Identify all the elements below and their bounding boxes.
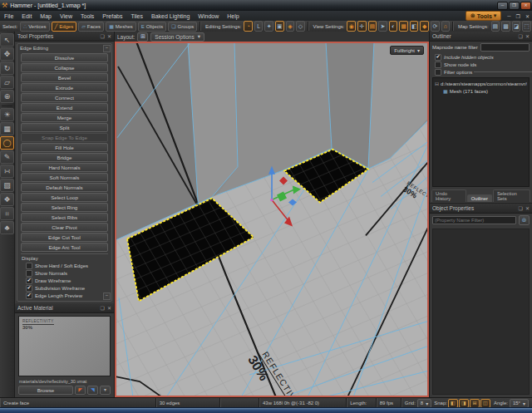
- selection-tool-icon[interactable]: ↖: [0, 33, 14, 47]
- checkbox[interactable]: [435, 54, 441, 61]
- menu-map[interactable]: Map: [36, 12, 56, 20]
- menu-tiles[interactable]: Tiles: [126, 12, 147, 20]
- select-mode-meshes[interactable]: ▦ Meshes: [106, 22, 136, 32]
- checkbox[interactable]: [435, 69, 441, 76]
- mdi-restore-button[interactable]: ❐: [514, 13, 523, 19]
- editing-setting-icon-2[interactable]: L: [254, 21, 264, 32]
- tab-selection-sets[interactable]: Selection Sets: [493, 189, 530, 202]
- checkbox[interactable]: [26, 270, 32, 277]
- show-normals-row[interactable]: Show Normals: [21, 269, 108, 277]
- pin-icon[interactable]: ❏: [101, 305, 105, 311]
- menu-help[interactable]: Help: [223, 12, 243, 20]
- paint-tool-icon[interactable]: ❖: [0, 193, 14, 206]
- editing-setting-icon-6[interactable]: ◇: [296, 21, 305, 32]
- pin-icon[interactable]: ❏: [519, 205, 523, 211]
- pin-icon[interactable]: ❏: [519, 33, 523, 39]
- vertex-tool-icon[interactable]: ∺: [0, 165, 14, 178]
- clip-tool-icon[interactable]: ⌗: [0, 207, 14, 220]
- close-icon[interactable]: ✕: [107, 33, 111, 39]
- checkbox[interactable]: [435, 61, 441, 68]
- view-setting-icon-10[interactable]: ⌂: [441, 21, 451, 32]
- menu-view[interactable]: View: [56, 12, 76, 20]
- active-material-header[interactable]: Active Material ❏ ✕: [15, 303, 114, 313]
- map-setting-icon-4[interactable]: ⬚: [522, 21, 531, 32]
- name-filter-input[interactable]: [480, 43, 530, 52]
- snap-edges-icon[interactable]: ◨: [459, 399, 469, 408]
- dissolve-button[interactable]: Dissolve: [21, 53, 108, 62]
- editing-setting-icon-1[interactable]: ◔: [244, 21, 253, 32]
- checkbox[interactable]: [26, 285, 32, 292]
- bevel-button[interactable]: Bevel: [21, 73, 108, 82]
- view-setting-icon-2[interactable]: ✛: [357, 21, 367, 32]
- cut-tool-icon[interactable]: ✎: [0, 150, 14, 164]
- select-loop-button[interactable]: Select Loop: [21, 193, 108, 202]
- menu-edit[interactable]: Edit: [17, 12, 36, 20]
- view-setting-icon-5[interactable]: ◐: [389, 21, 398, 32]
- view-setting-icon-3[interactable]: ▤: [368, 21, 377, 32]
- view-setting-icon-7[interactable]: ◧: [410, 21, 419, 32]
- 3d-viewport[interactable]: REFLECTIVITY 30% REFLECTIVITY 30%: [115, 42, 429, 397]
- scale-tool-icon[interactable]: ▱: [0, 76, 14, 89]
- editing-setting-icon-5[interactable]: ◈: [286, 21, 295, 32]
- include-hidden-row[interactable]: Include hidden objects: [430, 53, 532, 61]
- snap-rotation-icon[interactable]: ◫: [480, 399, 490, 408]
- maximize-button[interactable]: ❐: [509, 2, 520, 10]
- browse-button[interactable]: Browse: [18, 386, 73, 395]
- menu-prefabs[interactable]: Prefabs: [98, 12, 126, 20]
- tool-properties-header[interactable]: Tool Properties ❏ ✕: [15, 32, 114, 42]
- split-button[interactable]: Split: [21, 123, 108, 132]
- shading-mode-dropdown[interactable]: Fullbright ▾: [390, 46, 424, 55]
- subdivision-wireframe-row[interactable]: Subdivision Wireframe: [21, 284, 108, 292]
- show-node-ids-row[interactable]: Show node ids: [430, 61, 532, 68]
- filter-options-row[interactable]: Filter options: [430, 68, 532, 76]
- material-preview[interactable]: REFLECTIVITY 30%: [18, 316, 111, 376]
- map-setting-icon-2[interactable]: ▩: [501, 21, 510, 32]
- extend-button[interactable]: Extend: [21, 103, 108, 112]
- close-icon[interactable]: ✕: [525, 205, 530, 211]
- edge-cut-tool-button[interactable]: Edge Cut Tool: [21, 233, 108, 242]
- editing-setting-icon-3[interactable]: ✦: [264, 21, 273, 32]
- close-button[interactable]: ✕: [520, 2, 531, 10]
- select-ribs-button[interactable]: Select Ribs: [21, 213, 108, 222]
- extrude-button[interactable]: Extrude: [21, 83, 108, 92]
- tab-outliner[interactable]: Outliner: [467, 194, 492, 202]
- view-setting-icon-9[interactable]: ⟳: [431, 21, 440, 32]
- pin-icon[interactable]: ❏: [101, 33, 105, 39]
- gizmo-center-handle[interactable]: [271, 199, 273, 201]
- menu-baked-lighting[interactable]: Baked Lighting: [147, 12, 194, 20]
- tab-undo-history[interactable]: Undo History: [431, 189, 466, 202]
- show-hard-soft-edges-row[interactable]: Show Hard / Soft Edges: [21, 262, 108, 269]
- material-favorites-icon[interactable]: ◥: [87, 386, 98, 395]
- fill-hole-button[interactable]: Fill Hole: [21, 143, 108, 152]
- scroll-up-button[interactable]: −: [103, 45, 111, 52]
- mdi-close-button[interactable]: ✕: [523, 13, 532, 19]
- draw-wireframe-row[interactable]: Draw Wireframe: [21, 277, 108, 284]
- block-tool-icon[interactable]: ▦: [0, 122, 14, 135]
- view-setting-icon-6[interactable]: ▦: [399, 21, 408, 32]
- checkbox[interactable]: [26, 293, 32, 299]
- map-setting-icon-1[interactable]: ▤: [491, 21, 500, 32]
- menu-window[interactable]: Window: [194, 12, 223, 20]
- session-options-dropdown[interactable]: Session Options ▾: [150, 32, 204, 42]
- collapse-button[interactable]: Collapse: [21, 63, 108, 72]
- select-mode-groups[interactable]: ❏ Groups: [168, 22, 197, 32]
- tree-mesh-item[interactable]: ▦ Mesh (171 faces): [435, 87, 527, 95]
- collapse-icon[interactable]: ⊟: [435, 81, 439, 86]
- material-dropdown-icon[interactable]: ▾: [100, 386, 111, 395]
- soft-normals-button[interactable]: Soft Normals: [21, 173, 108, 182]
- select-ring-button[interactable]: Select Ring: [21, 203, 108, 212]
- view-setting-icon-1[interactable]: ◉: [347, 21, 356, 32]
- edge-length-preview-row[interactable]: Edge Length Preview: [21, 292, 108, 299]
- move-tool-icon[interactable]: ✥: [0, 47, 14, 61]
- poly-draw-tool-icon[interactable]: ⊕: [0, 90, 14, 103]
- angle-dropdown[interactable]: 15° ▾: [510, 399, 529, 408]
- clear-pivot-button[interactable]: Clear Pivot: [21, 223, 108, 232]
- property-filter-input[interactable]: [432, 216, 516, 224]
- material-history-icon[interactable]: ◤: [75, 386, 86, 395]
- displacement-tool-icon[interactable]: ▨: [0, 179, 14, 192]
- menu-file[interactable]: File: [0, 12, 17, 20]
- rotate-tool-icon[interactable]: ↻: [0, 61, 14, 75]
- map-setting-icon-3[interactable]: ◪: [512, 21, 521, 32]
- object-properties-header[interactable]: Object Properties ❏ ✕: [430, 204, 532, 214]
- select-mode-edges[interactable]: ╱ Edges: [52, 22, 77, 32]
